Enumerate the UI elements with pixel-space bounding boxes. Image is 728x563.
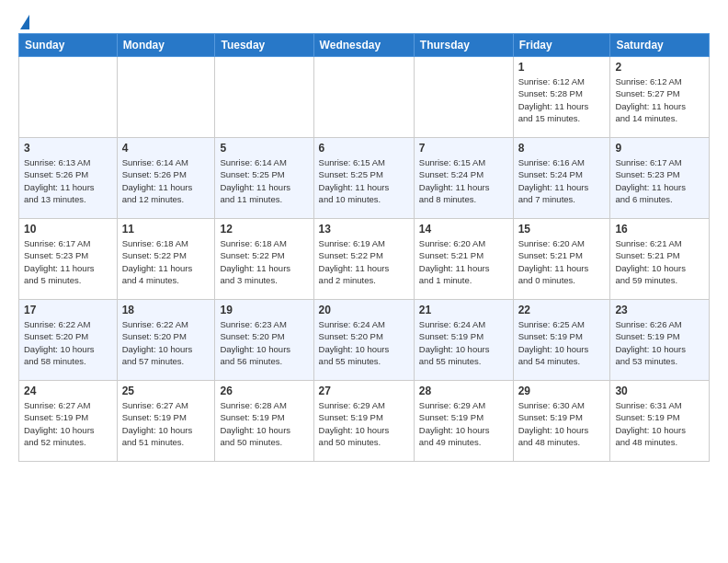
logo [18, 15, 29, 26]
col-sunday: Sunday [19, 34, 118, 57]
day-number: 30 [615, 385, 704, 397]
day-info: Sunrise: 6:16 AM Sunset: 5:24 PM Dayligh… [518, 156, 606, 205]
day-cell: 7Sunrise: 6:15 AM Sunset: 5:24 PM Daylig… [414, 138, 513, 219]
day-info: Sunrise: 6:19 AM Sunset: 5:22 PM Dayligh… [319, 237, 409, 286]
col-monday: Monday [117, 34, 215, 57]
day-cell: 29Sunrise: 6:30 AM Sunset: 5:19 PM Dayli… [513, 381, 610, 462]
header-row: Sunday Monday Tuesday Wednesday Thursday… [19, 34, 710, 57]
day-cell: 4Sunrise: 6:14 AM Sunset: 5:26 PM Daylig… [117, 138, 215, 219]
day-info: Sunrise: 6:28 AM Sunset: 5:19 PM Dayligh… [220, 399, 308, 448]
calendar-header: Sunday Monday Tuesday Wednesday Thursday… [19, 34, 710, 57]
logo-triangle-icon [20, 15, 29, 29]
day-cell: 1Sunrise: 6:12 AM Sunset: 5:28 PM Daylig… [513, 57, 610, 138]
day-cell: 14Sunrise: 6:20 AM Sunset: 5:21 PM Dayli… [414, 219, 513, 300]
day-cell [215, 57, 313, 138]
day-cell: 19Sunrise: 6:23 AM Sunset: 5:20 PM Dayli… [215, 300, 313, 381]
day-cell: 23Sunrise: 6:26 AM Sunset: 5:19 PM Dayli… [610, 300, 710, 381]
day-info: Sunrise: 6:27 AM Sunset: 5:19 PM Dayligh… [122, 399, 210, 448]
day-cell [19, 57, 118, 138]
day-info: Sunrise: 6:29 AM Sunset: 5:19 PM Dayligh… [419, 399, 508, 448]
day-cell: 6Sunrise: 6:15 AM Sunset: 5:25 PM Daylig… [313, 138, 414, 219]
week-row-1: 3Sunrise: 6:13 AM Sunset: 5:26 PM Daylig… [19, 138, 710, 219]
day-number: 5 [220, 142, 308, 155]
day-number: 25 [122, 385, 210, 397]
day-number: 14 [419, 223, 508, 236]
week-row-4: 24Sunrise: 6:27 AM Sunset: 5:19 PM Dayli… [19, 381, 710, 462]
day-cell: 26Sunrise: 6:28 AM Sunset: 5:19 PM Dayli… [215, 381, 313, 462]
day-number: 3 [24, 142, 112, 155]
day-number: 18 [122, 304, 210, 316]
day-cell: 18Sunrise: 6:22 AM Sunset: 5:20 PM Dayli… [117, 300, 215, 381]
day-cell: 15Sunrise: 6:20 AM Sunset: 5:21 PM Dayli… [513, 219, 610, 300]
day-cell: 27Sunrise: 6:29 AM Sunset: 5:19 PM Dayli… [313, 381, 414, 462]
day-cell [117, 57, 215, 138]
col-wednesday: Wednesday [313, 34, 414, 57]
logo-text [18, 15, 29, 29]
col-tuesday: Tuesday [215, 34, 313, 57]
day-info: Sunrise: 6:17 AM Sunset: 5:23 PM Dayligh… [24, 237, 112, 286]
day-cell: 8Sunrise: 6:16 AM Sunset: 5:24 PM Daylig… [513, 138, 610, 219]
day-info: Sunrise: 6:17 AM Sunset: 5:23 PM Dayligh… [615, 156, 704, 205]
day-number: 1 [518, 61, 606, 74]
day-number: 4 [122, 142, 210, 155]
day-number: 10 [24, 223, 112, 236]
day-number: 26 [220, 385, 308, 397]
day-number: 11 [122, 223, 210, 236]
day-info: Sunrise: 6:27 AM Sunset: 5:19 PM Dayligh… [24, 399, 112, 448]
day-cell: 2Sunrise: 6:12 AM Sunset: 5:27 PM Daylig… [610, 57, 710, 138]
day-info: Sunrise: 6:26 AM Sunset: 5:19 PM Dayligh… [615, 318, 704, 367]
day-cell: 21Sunrise: 6:24 AM Sunset: 5:19 PM Dayli… [414, 300, 513, 381]
day-info: Sunrise: 6:18 AM Sunset: 5:22 PM Dayligh… [122, 237, 210, 286]
day-info: Sunrise: 6:25 AM Sunset: 5:19 PM Dayligh… [518, 318, 606, 367]
col-friday: Friday [513, 34, 610, 57]
day-info: Sunrise: 6:31 AM Sunset: 5:19 PM Dayligh… [615, 399, 704, 448]
day-number: 27 [319, 385, 409, 397]
day-info: Sunrise: 6:24 AM Sunset: 5:20 PM Dayligh… [319, 318, 409, 367]
day-number: 7 [419, 142, 508, 155]
day-cell: 3Sunrise: 6:13 AM Sunset: 5:26 PM Daylig… [19, 138, 118, 219]
day-cell: 22Sunrise: 6:25 AM Sunset: 5:19 PM Dayli… [513, 300, 610, 381]
day-info: Sunrise: 6:15 AM Sunset: 5:24 PM Dayligh… [419, 156, 508, 205]
header [18, 15, 710, 26]
day-cell: 20Sunrise: 6:24 AM Sunset: 5:20 PM Dayli… [313, 300, 414, 381]
day-info: Sunrise: 6:18 AM Sunset: 5:22 PM Dayligh… [220, 237, 308, 286]
day-info: Sunrise: 6:30 AM Sunset: 5:19 PM Dayligh… [518, 399, 606, 448]
day-number: 16 [615, 223, 704, 236]
col-thursday: Thursday [414, 34, 513, 57]
day-cell: 9Sunrise: 6:17 AM Sunset: 5:23 PM Daylig… [610, 138, 710, 219]
col-saturday: Saturday [610, 34, 710, 57]
day-cell: 5Sunrise: 6:14 AM Sunset: 5:25 PM Daylig… [215, 138, 313, 219]
day-info: Sunrise: 6:12 AM Sunset: 5:27 PM Dayligh… [615, 75, 704, 124]
day-info: Sunrise: 6:24 AM Sunset: 5:19 PM Dayligh… [419, 318, 508, 367]
day-number: 2 [615, 61, 704, 74]
day-number: 23 [615, 304, 704, 316]
day-cell: 17Sunrise: 6:22 AM Sunset: 5:20 PM Dayli… [19, 300, 118, 381]
day-info: Sunrise: 6:29 AM Sunset: 5:19 PM Dayligh… [319, 399, 409, 448]
day-cell: 11Sunrise: 6:18 AM Sunset: 5:22 PM Dayli… [117, 219, 215, 300]
day-number: 22 [518, 304, 606, 316]
calendar-body: 1Sunrise: 6:12 AM Sunset: 5:28 PM Daylig… [19, 57, 710, 462]
week-row-3: 17Sunrise: 6:22 AM Sunset: 5:20 PM Dayli… [19, 300, 710, 381]
day-number: 15 [518, 223, 606, 236]
day-number: 12 [220, 223, 308, 236]
day-info: Sunrise: 6:21 AM Sunset: 5:21 PM Dayligh… [615, 237, 704, 286]
day-cell: 24Sunrise: 6:27 AM Sunset: 5:19 PM Dayli… [19, 381, 118, 462]
day-info: Sunrise: 6:20 AM Sunset: 5:21 PM Dayligh… [419, 237, 508, 286]
page: Sunday Monday Tuesday Wednesday Thursday… [0, 0, 728, 477]
day-info: Sunrise: 6:20 AM Sunset: 5:21 PM Dayligh… [518, 237, 606, 286]
day-info: Sunrise: 6:22 AM Sunset: 5:20 PM Dayligh… [122, 318, 210, 367]
day-number: 19 [220, 304, 308, 316]
week-row-0: 1Sunrise: 6:12 AM Sunset: 5:28 PM Daylig… [19, 57, 710, 138]
day-number: 20 [319, 304, 409, 316]
day-info: Sunrise: 6:12 AM Sunset: 5:28 PM Dayligh… [518, 75, 606, 124]
day-cell: 10Sunrise: 6:17 AM Sunset: 5:23 PM Dayli… [19, 219, 118, 300]
day-cell: 25Sunrise: 6:27 AM Sunset: 5:19 PM Dayli… [117, 381, 215, 462]
day-cell: 13Sunrise: 6:19 AM Sunset: 5:22 PM Dayli… [313, 219, 414, 300]
day-number: 9 [615, 142, 704, 155]
day-cell: 16Sunrise: 6:21 AM Sunset: 5:21 PM Dayli… [610, 219, 710, 300]
day-info: Sunrise: 6:14 AM Sunset: 5:25 PM Dayligh… [220, 156, 308, 205]
day-cell [414, 57, 513, 138]
day-number: 29 [518, 385, 606, 397]
day-number: 21 [419, 304, 508, 316]
day-cell: 28Sunrise: 6:29 AM Sunset: 5:19 PM Dayli… [414, 381, 513, 462]
